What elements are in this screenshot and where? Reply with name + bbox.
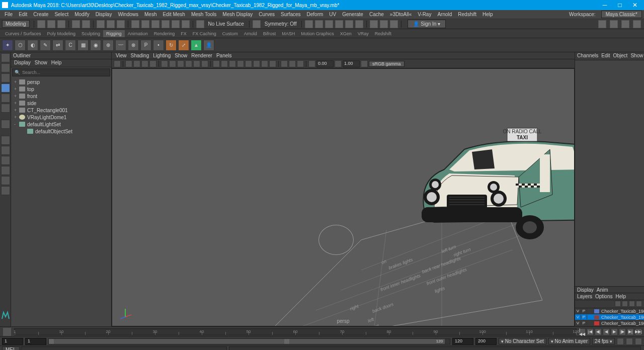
paint-select-icon[interactable] (117, 20, 125, 28)
tab-object[interactable]: Object (613, 53, 628, 59)
panel-toggle-2-icon[interactable] (610, 20, 618, 28)
tool-paint-icon[interactable] (1, 73, 10, 82)
menu-uv[interactable]: UV (327, 11, 339, 18)
shelf-tab[interactable]: XGen (337, 30, 355, 37)
shelf-tab[interactable]: Rendering (151, 30, 178, 37)
vp-motion-icon[interactable] (261, 60, 268, 67)
tab-show[interactable]: Show (630, 53, 643, 59)
vp-field-icon[interactable] (193, 60, 200, 67)
live-surface-icon[interactable] (196, 20, 204, 28)
layer-new-sel-icon[interactable] (636, 301, 642, 307)
workspace-selector[interactable]: Maya Classic* (601, 11, 642, 18)
step-back-key-button[interactable]: |◀ (587, 328, 594, 335)
vp-2d-pan-icon[interactable] (141, 60, 148, 67)
shelf-paint-icon[interactable]: ✎ (40, 40, 51, 51)
menu-meshdisplay[interactable]: Mesh Display (220, 11, 255, 18)
character-set-selector[interactable]: ▾ No Character Set (499, 338, 546, 344)
vp-res-gate-icon[interactable] (177, 60, 184, 67)
panel-toggle-1-icon[interactable] (598, 20, 606, 28)
shelf-tab[interactable]: Curves / Surfaces (2, 30, 44, 37)
outliner-menu-display[interactable]: Display (14, 60, 31, 66)
range-in-field[interactable]: 1 (25, 338, 46, 345)
step-fwd-button[interactable]: |▶ (619, 328, 626, 335)
vp-grease-icon[interactable] (149, 60, 156, 67)
shelf-tab[interactable]: VRay (355, 30, 372, 37)
menu-file[interactable]: File (2, 11, 15, 18)
vp-menu-show[interactable]: Show (175, 53, 187, 58)
range-out-field[interactable]: 120 (452, 338, 473, 345)
close-button[interactable]: ✕ (628, 1, 642, 10)
snap-point-icon[interactable] (151, 20, 159, 28)
outliner-item[interactable]: +VRayLightDome1 (12, 114, 110, 121)
vp-safe-icon[interactable] (201, 60, 208, 67)
layer-row[interactable]: VPChecker_Taxicab_1982_Rigged (575, 314, 644, 320)
input-icon[interactable] (335, 20, 343, 28)
outliner-item[interactable]: +front (12, 93, 110, 100)
vp-menu-renderer[interactable]: Renderer (191, 53, 212, 58)
lasso-icon[interactable] (107, 20, 115, 28)
snap-live-icon[interactable] (172, 20, 180, 28)
cmd-input[interactable] (21, 346, 227, 351)
vp-bookmark-icon[interactable] (125, 60, 132, 67)
outliner-item[interactable]: -defaultLightSet (12, 121, 110, 128)
menu-editmesh[interactable]: Edit Mesh (160, 11, 187, 18)
vp-film-gate-icon[interactable] (169, 60, 176, 67)
play-icon[interactable] (305, 20, 313, 28)
outliner-item[interactable]: defaultObjectSet (12, 128, 110, 135)
vp-lights-icon[interactable] (237, 60, 244, 67)
go-start-button[interactable]: |◀◀ (579, 328, 586, 335)
menu-display[interactable]: Display (93, 11, 115, 18)
shelf-point-icon[interactable]: • (153, 40, 164, 51)
layer-up-icon[interactable] (615, 301, 621, 307)
undo-icon[interactable] (72, 20, 80, 28)
layout-persp-icon[interactable] (1, 176, 10, 185)
menu-cache[interactable]: Cache (367, 11, 386, 18)
menu-deform[interactable]: Deform (304, 11, 326, 18)
layer-row[interactable]: VPChecker_Taxicab_1982_Rigged (575, 308, 644, 314)
shelf-blend-icon[interactable]: ◉ (90, 40, 101, 51)
range-right-handle[interactable] (284, 339, 289, 344)
tab-display[interactable]: Display (577, 287, 594, 292)
outliner-search[interactable]: 🔍Search... (12, 68, 110, 76)
play-back-button[interactable]: ◀ (603, 328, 610, 335)
vp-menu-shading[interactable]: Shading (131, 53, 149, 58)
outliner-item[interactable]: +persp (12, 78, 110, 85)
vp-select-camera-icon[interactable] (114, 60, 121, 67)
open-scene-icon[interactable] (47, 20, 55, 28)
signin-button[interactable]: 👤 Sign In ▾ (408, 20, 446, 28)
select-mode-icon[interactable] (97, 20, 105, 28)
menu-meshtools[interactable]: Mesh Tools (189, 11, 219, 18)
anim-layer-selector[interactable]: ▾ No Anim Layer (548, 338, 590, 344)
shelf-tab[interactable]: Animation (125, 30, 151, 37)
vp-menu-panels[interactable]: Panels (216, 53, 232, 58)
save-scene-icon[interactable] (57, 20, 65, 28)
tool-select-icon[interactable] (1, 53, 10, 62)
shelf-tab[interactable]: FX (178, 30, 190, 37)
shelf-wrap-icon[interactable]: ⊕ (103, 40, 114, 51)
menu-edit[interactable]: Edit (16, 11, 30, 18)
layout-outliner-icon[interactable] (1, 166, 10, 175)
snap-view-icon[interactable] (182, 20, 190, 28)
tool-lasso-icon[interactable] (1, 63, 10, 72)
shelf-tab[interactable]: MASH (279, 30, 298, 37)
render-icon[interactable] (370, 20, 378, 28)
menu-vray[interactable]: V-Ray (415, 11, 434, 18)
auto-key-button[interactable] (617, 338, 624, 345)
shelf-tab-active[interactable]: Rigging (103, 30, 125, 37)
step-fwd-key-button[interactable]: ▶| (627, 328, 634, 335)
outliner-item[interactable]: +CT_Rectangle001 (12, 107, 110, 114)
vp-exposure-value[interactable]: 0.00 (316, 60, 334, 67)
layer-menu-layers[interactable]: Layers (577, 294, 592, 299)
new-scene-icon[interactable] (37, 20, 45, 28)
shelf-hik-icon[interactable]: 👤 (203, 40, 214, 51)
menu-generate[interactable]: Generate (340, 11, 366, 18)
menu-set-selector[interactable]: Modeling (2, 20, 30, 28)
vp-aa-icon[interactable] (269, 60, 276, 67)
shelf-lattice-icon[interactable]: ▦ (77, 40, 89, 51)
tab-anim[interactable]: Anim (597, 287, 608, 292)
fps-selector[interactable]: 24 fps ▾ (592, 338, 615, 344)
shelf-tab[interactable]: Poly Modeling (44, 30, 79, 37)
shelf-joint-icon[interactable]: ✦ (2, 40, 13, 51)
menu-modify[interactable]: Modify (72, 11, 92, 18)
vp-xray-joints-icon[interactable] (297, 60, 304, 67)
